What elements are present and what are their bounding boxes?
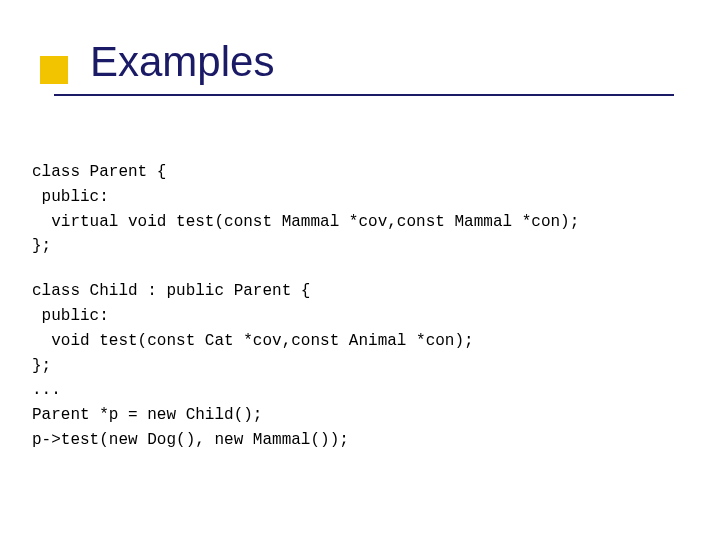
slide-header: Examples xyxy=(0,0,720,120)
title-underline xyxy=(54,94,674,96)
code-example: class Parent { public: virtual void test… xyxy=(0,120,720,453)
accent-square xyxy=(40,56,68,84)
code-block-child: class Child : public Parent { public: vo… xyxy=(32,279,720,453)
slide-title: Examples xyxy=(90,38,274,86)
code-block-parent: class Parent { public: virtual void test… xyxy=(32,163,579,255)
